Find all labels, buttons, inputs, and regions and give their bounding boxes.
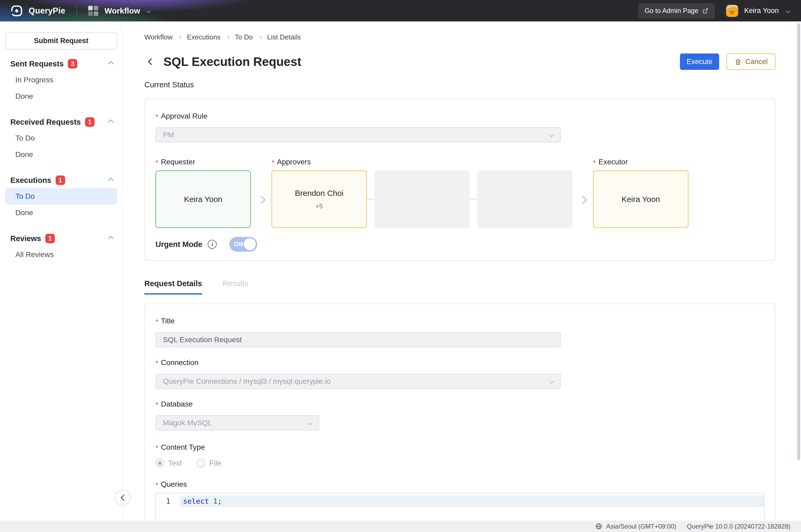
chevron-right-icon: [226, 35, 230, 39]
urgent-mode-row: Urgent Mode i ON: [156, 237, 764, 252]
sidebar-collapse-button[interactable]: [115, 490, 131, 506]
section-label: Received Requests: [10, 118, 81, 127]
approver-box[interactable]: Brendon Choi +5: [272, 170, 367, 228]
sidebar-item-in-progress[interactable]: In Progress: [0, 72, 122, 88]
chevron-up-icon: [108, 119, 114, 125]
cancel-button-label: Cancel: [745, 58, 768, 66]
chevron-down-icon: [308, 421, 313, 425]
app-grid-icon: [88, 6, 98, 16]
globe-icon: [595, 523, 602, 530]
section-label: Sent Requests: [10, 60, 63, 68]
sidebar-item-executions-to-do[interactable]: To Do: [5, 188, 117, 205]
user-menu[interactable]: Keira Yoon: [726, 5, 789, 17]
database-value: Magok MySQL: [163, 419, 212, 427]
toggle-knob: [244, 238, 256, 250]
required-asterisk: *: [156, 113, 158, 121]
go-to-admin-page-button[interactable]: Go to Admin Page: [638, 3, 715, 19]
detail-tabs: Request Details Results: [144, 279, 776, 294]
flow-connector: [367, 199, 374, 200]
info-icon[interactable]: i: [208, 240, 217, 249]
status-bar: Asia/Seoul (GMT+09:00) QueryPie 10.0.0 (…: [0, 520, 801, 532]
code-number: 1: [213, 497, 217, 505]
executor-label: * Executor: [593, 158, 688, 166]
breadcrumb-executions[interactable]: Executions: [187, 33, 220, 41]
breadcrumb-to-do[interactable]: To Do: [235, 33, 253, 41]
connection-select[interactable]: QueryPie Connections / mysql3 / mysql.qu…: [156, 374, 561, 389]
radio-unchecked-icon: [197, 459, 205, 468]
sidebar-section-sent-requests: Sent Requests 3 In Progress Done: [0, 56, 122, 104]
sidebar-item-to-do[interactable]: To Do: [0, 130, 122, 146]
count-badge: 1: [45, 234, 55, 243]
radio-option-file[interactable]: File: [197, 459, 221, 468]
approver-placeholder-box: [374, 170, 470, 228]
connection-value: QueryPie Connections / mysql3 / mysql.qu…: [163, 377, 331, 386]
requester-box: Keira Yoon: [156, 170, 251, 228]
database-select[interactable]: Magok MySQL: [156, 415, 319, 430]
approval-rule-select[interactable]: PM: [156, 127, 561, 142]
app-switcher[interactable]: Workflow: [105, 6, 140, 15]
chevron-right-icon: [258, 35, 262, 39]
sidebar-section-header-received-requests[interactable]: Received Requests 1: [0, 114, 122, 130]
cancel-button[interactable]: Cancel: [727, 54, 776, 70]
section-label: Reviews: [10, 234, 41, 243]
chevron-up-icon: [108, 235, 114, 241]
timezone-label: Asia/Seoul (GMT+09:00): [606, 523, 676, 530]
requester-name: Keira Yoon: [184, 195, 222, 204]
database-label: * Database: [156, 400, 764, 408]
sidebar-item-done[interactable]: Done: [0, 88, 122, 104]
sidebar-item-done[interactable]: Done: [0, 146, 122, 163]
breadcrumb-list-details[interactable]: List Details: [267, 33, 301, 41]
approver-name: Brendon Choi: [295, 189, 343, 198]
trash-icon: [734, 58, 742, 65]
chevron-down-icon: [550, 379, 554, 383]
executor-name: Keira Yoon: [621, 195, 660, 204]
sidebar-section-received-requests: Received Requests 1 To Do Done: [0, 114, 122, 163]
window-scrollbar[interactable]: [797, 23, 800, 460]
section-label: Executions: [10, 176, 51, 185]
approval-rule-label: * Approval Rule: [156, 112, 764, 120]
urgent-mode-toggle[interactable]: ON: [230, 237, 257, 252]
chevron-up-icon: [108, 61, 114, 66]
required-asterisk: *: [593, 159, 596, 167]
submit-request-button[interactable]: Submit Request: [5, 32, 117, 50]
required-asterisk: *: [156, 318, 158, 326]
required-asterisk: *: [156, 401, 158, 409]
count-badge: 1: [85, 117, 94, 127]
queries-label: * Queries: [156, 480, 764, 489]
title-input[interactable]: [156, 332, 561, 347]
sidebar-section-header-executions[interactable]: Executions 1: [0, 172, 122, 188]
sidebar-section-header-reviews[interactable]: Reviews 1: [0, 230, 122, 246]
breadcrumb-workflow[interactable]: Workflow: [144, 33, 172, 41]
page-title: SQL Execution Request: [163, 55, 302, 69]
execute-button[interactable]: Execute: [680, 54, 719, 70]
external-link-icon: [702, 8, 709, 14]
title-label: * Title: [156, 317, 764, 325]
user-menu-chevron-down-icon: [786, 8, 790, 13]
app-switcher-chevron-down-icon[interactable]: [146, 8, 151, 13]
chevron-up-icon: [108, 177, 114, 183]
code-keyword: select: [183, 497, 209, 505]
executor-box: Keira Yoon: [593, 170, 688, 228]
sidebar-section-header-sent-requests[interactable]: Sent Requests 3: [0, 56, 122, 72]
tab-request-details[interactable]: Request Details: [144, 279, 202, 294]
current-status-label: Current Status: [144, 80, 776, 89]
chevron-down-icon: [550, 133, 554, 137]
flow-connector: [470, 199, 477, 200]
sidebar-item-all-reviews[interactable]: All Reviews: [0, 246, 122, 263]
back-button[interactable]: [144, 56, 157, 68]
brand-name: QueryPie: [29, 6, 66, 16]
version-label: QueryPie 10.0.0 (20240722-182828): [687, 523, 790, 530]
current-status-card: * Approval Rule PM * Requester Keira Yoo…: [144, 99, 776, 261]
radio-option-text[interactable]: Text: [156, 459, 182, 468]
sidebar-section-reviews: Reviews 1 All Reviews: [0, 230, 122, 263]
count-badge: 3: [68, 59, 77, 69]
approvers-label: * Approvers: [272, 158, 367, 166]
tab-results[interactable]: Results: [223, 279, 249, 294]
sidebar-item-done[interactable]: Done: [0, 205, 122, 221]
approval-flow: * Requester Keira Yoon * Approvers Brend…: [156, 158, 764, 228]
avatar: [726, 5, 738, 17]
approval-rule-value: PM: [163, 131, 174, 139]
content-type-options: Text File: [156, 459, 764, 468]
required-asterisk: *: [272, 159, 274, 167]
code-line: select 1;: [180, 495, 764, 507]
